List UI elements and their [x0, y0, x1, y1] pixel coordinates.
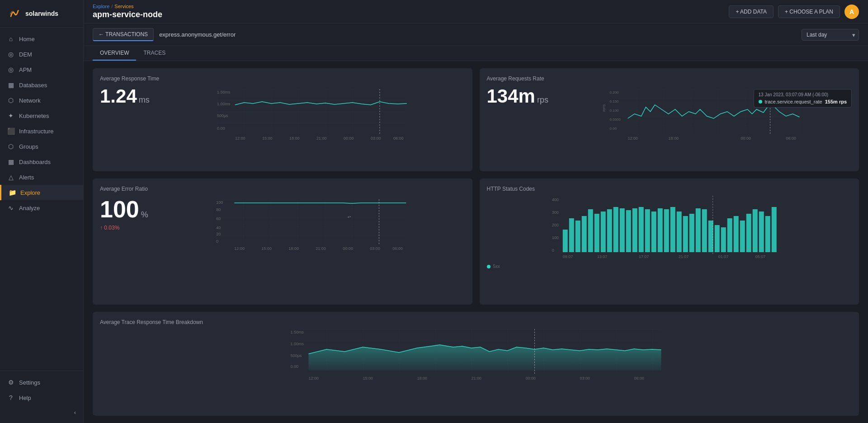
svg-text:500µs: 500µs — [291, 353, 302, 358]
sidebar-item-label: Help — [19, 395, 31, 401]
svg-text:13:07: 13:07 — [597, 254, 607, 259]
svg-text:00:00: 00:00 — [526, 376, 536, 381]
sidebar-item-groups[interactable]: ⬡ Groups — [0, 139, 83, 154]
svg-text:12:00: 12:00 — [309, 376, 319, 381]
sidebar-item-label: Alerts — [19, 174, 34, 181]
svg-rect-49 — [569, 218, 574, 252]
avg-response-time-card: Average Response Time 1.24 ms — [93, 68, 472, 171]
svg-text:09:07: 09:07 — [562, 254, 573, 259]
http-legend: 5xx — [487, 264, 852, 269]
svg-rect-53 — [594, 214, 599, 252]
svg-text:03:00: 03:00 — [370, 246, 380, 251]
avg-trace-breakdown-card: Average Trace Response Time Breakdown 1.… — [93, 312, 859, 416]
sidebar-item-infrastructure[interactable]: ⬛ Infrastructure — [0, 123, 83, 139]
kubernetes-icon: ✦ — [7, 112, 14, 119]
sidebar-item-dem[interactable]: ◎ DEM — [0, 47, 83, 62]
sidebar-item-network[interactable]: ⬡ Network — [0, 93, 83, 108]
header: Explore / Services apm-service-node + AD… — [84, 0, 868, 24]
tab-traces[interactable]: TRACES — [136, 46, 173, 61]
svg-text:12:00: 12:00 — [235, 136, 245, 141]
header-right: + ADD DATA + CHOOSE A PLAN A — [729, 5, 859, 19]
svg-text:15:00: 15:00 — [363, 376, 373, 381]
sidebar-item-kubernetes[interactable]: ✦ Kubernetes — [0, 108, 83, 123]
avg-error-ratio-card: Average Error Ratio 100 % ↑ 0.03% — [93, 179, 472, 305]
svg-text:06:00: 06:00 — [634, 376, 645, 381]
svg-rect-66 — [676, 212, 681, 252]
svg-rect-52 — [588, 209, 593, 252]
tooltip-metric-value: 155m rps — [825, 99, 847, 104]
breadcrumb-explore: Explore — [93, 4, 109, 9]
svg-rect-61 — [645, 209, 650, 252]
add-data-button[interactable]: + ADD DATA — [729, 5, 774, 18]
svg-text:18:00: 18:00 — [417, 376, 428, 381]
apm-icon: ◎ — [7, 66, 14, 73]
logo-area: solarwinds — [0, 0, 83, 28]
sidebar-item-analyze[interactable]: ∿ Analyze — [0, 200, 83, 216]
svg-rect-56 — [613, 207, 618, 252]
svg-rect-74 — [727, 218, 732, 252]
svg-text:0.00: 0.00 — [609, 127, 617, 131]
http-status-codes-card: HTTP Status Codes 400 300 200 100 0 — [480, 179, 859, 305]
svg-text:03:00: 03:00 — [580, 376, 590, 381]
svg-rect-68 — [689, 214, 694, 252]
svg-text:1.50ms: 1.50ms — [291, 330, 304, 334]
svg-text:200: 200 — [552, 223, 558, 227]
svg-text:18:00: 18:00 — [289, 136, 300, 141]
sidebar-item-label: Settings — [19, 379, 40, 386]
time-range-select[interactable]: Last day Last 15 minutes Last 30 minutes… — [802, 29, 859, 41]
avg-trace-breakdown-title: Average Trace Response Time Breakdown — [100, 319, 852, 325]
trace-breakdown-chart: 1.50ms 1.00ms 500µs 0.00 12:00 15:00 18:… — [100, 329, 852, 379]
sidebar-item-settings[interactable]: ⚙ Settings — [0, 375, 83, 390]
collapse-sidebar-button[interactable]: ‹ — [0, 405, 83, 419]
infrastructure-icon: ⬛ — [7, 127, 14, 135]
svg-text:0: 0 — [216, 239, 218, 244]
svg-text:15:00: 15:00 — [261, 246, 272, 251]
sidebar-item-help[interactable]: ? Help — [0, 390, 83, 405]
svg-text:40: 40 — [216, 226, 221, 230]
sidebar-item-alerts[interactable]: △ Alerts — [0, 169, 83, 185]
sidebar-item-label: Explore — [20, 189, 40, 196]
svg-rect-80 — [765, 216, 770, 252]
svg-text:0.00: 0.00 — [291, 364, 299, 369]
dashboards-icon: ▦ — [7, 158, 14, 165]
svg-text:0.00: 0.00 — [217, 126, 225, 131]
svg-rect-79 — [759, 212, 764, 252]
breadcrumb-separator: / — [111, 4, 113, 9]
svg-rect-71 — [708, 221, 713, 252]
sidebar-item-dashboards[interactable]: ▦ Dashboards — [0, 154, 83, 169]
avg-response-time-title: Average Response Time — [100, 75, 465, 82]
error-ratio-chart: 100 80 60 40 20 0 +* 12:00 15:00 — [157, 199, 465, 244]
solarwinds-logo — [7, 6, 22, 21]
svg-rect-48 — [562, 230, 567, 252]
tab-overview[interactable]: OVERVIEW — [93, 46, 136, 61]
transactions-button[interactable]: ← TRANSACTIONS — [93, 28, 154, 41]
svg-text:12:00: 12:00 — [234, 246, 245, 251]
svg-text:300: 300 — [552, 210, 558, 215]
settings-icon: ⚙ — [7, 379, 14, 386]
svg-text:00:00: 00:00 — [741, 136, 751, 141]
avg-requests-rate-value: 134m rps — [487, 85, 548, 107]
http-status-chart: 400 300 200 100 0 — [487, 196, 852, 259]
svg-text:RPS: RPS — [602, 104, 606, 112]
analyze-icon: ∿ — [7, 204, 14, 212]
svg-text:400: 400 — [552, 197, 558, 202]
svg-rect-59 — [632, 208, 637, 252]
svg-rect-70 — [702, 209, 707, 252]
avg-error-ratio-title: Average Error Ratio — [100, 186, 465, 192]
svg-text:80: 80 — [216, 207, 221, 212]
svg-rect-55 — [607, 209, 612, 252]
svg-rect-51 — [581, 216, 586, 252]
databases-icon: ▦ — [7, 81, 14, 89]
svg-text:100: 100 — [216, 200, 223, 205]
sidebar-item-databases[interactable]: ▦ Databases — [0, 77, 83, 93]
sidebar-item-home[interactable]: ⌂ Home — [0, 31, 83, 47]
sidebar-item-apm[interactable]: ◎ APM — [0, 62, 83, 77]
time-range-selector[interactable]: Last day Last 15 minutes Last 30 minutes… — [802, 29, 859, 41]
sidebar-item-explore[interactable]: 📁 Explore — [0, 185, 83, 200]
tooltip-value-row: trace.service.request_rate 155m rps — [759, 99, 847, 104]
svg-text:21:00: 21:00 — [316, 246, 326, 251]
choose-plan-button[interactable]: + CHOOSE A PLAN — [778, 5, 840, 18]
avatar[interactable]: A — [844, 5, 859, 19]
svg-text:0.100: 0.100 — [609, 108, 619, 113]
page-title: apm-service-node — [93, 10, 162, 19]
